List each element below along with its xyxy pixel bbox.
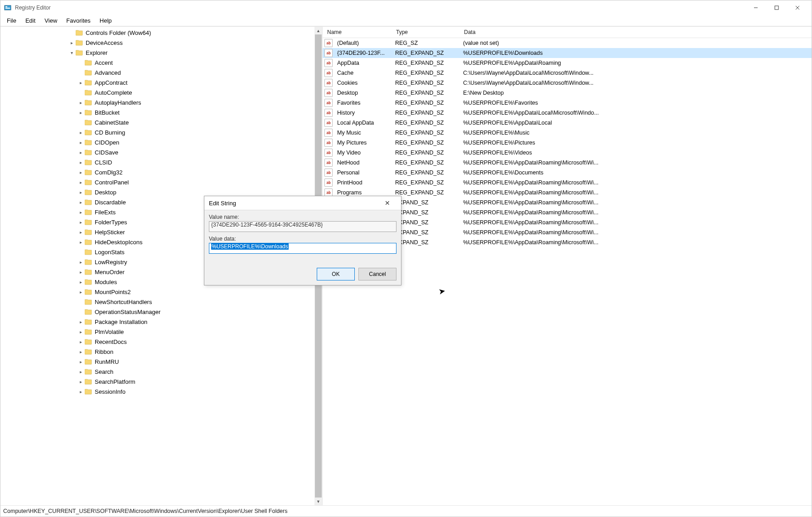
expand-icon[interactable]: ▸: [77, 379, 84, 384]
close-button[interactable]: [787, 0, 808, 15]
cell-type: EXPAND_SZ: [392, 239, 460, 246]
dialog-close-button[interactable]: ✕: [378, 199, 396, 207]
tree-item[interactable]: ▸RecentDocs: [0, 337, 322, 347]
list-header[interactable]: Name Type Data: [323, 27, 812, 38]
maximize-button[interactable]: [766, 0, 787, 15]
minimize-button[interactable]: [745, 0, 766, 15]
expand-icon[interactable]: ▸: [77, 270, 84, 275]
cell-data: %USERPROFILE%\AppData\Roaming\Microsoft\…: [460, 159, 812, 166]
expand-icon[interactable]: ▸: [77, 389, 84, 394]
menu-view[interactable]: View: [40, 16, 62, 25]
scroll-up-icon[interactable]: ▲: [314, 27, 322, 34]
tree-item-label: Desktop: [95, 189, 116, 196]
expand-icon[interactable]: ▸: [77, 210, 84, 215]
tree-item[interactable]: ▸CIDOpen: [0, 137, 322, 147]
expand-icon[interactable]: ▸: [77, 240, 84, 245]
cell-data: %USERPROFILE%\Downloads: [460, 50, 812, 56]
expand-icon[interactable]: ▸: [68, 40, 75, 45]
list-row[interactable]: abNetHoodREG_EXPAND_SZ%USERPROFILE%\AppD…: [323, 158, 812, 168]
expand-icon[interactable]: ▸: [77, 369, 84, 374]
menu-file[interactable]: File: [2, 16, 21, 25]
tree-item[interactable]: ▸Package Installation: [0, 317, 322, 327]
tree-item[interactable]: ▸MountPoints2: [0, 287, 322, 297]
list-row[interactable]: abCacheREG_EXPAND_SZC:\Users\Wayne\AppDa…: [323, 68, 812, 78]
menu-favorites[interactable]: Favorites: [62, 16, 95, 25]
expand-icon[interactable]: ▸: [77, 359, 84, 364]
list-row[interactable]: abDesktopREG_EXPAND_SZE:\New Desktop: [323, 88, 812, 98]
expand-icon[interactable]: ▸: [77, 80, 84, 85]
col-type[interactable]: Type: [393, 29, 461, 35]
col-data[interactable]: Data: [461, 29, 812, 35]
tree-item[interactable]: OperationStatusManager: [0, 307, 322, 317]
value-data-field[interactable]: %USERPROFILE%\Downloads: [209, 243, 396, 254]
tree-item[interactable]: ▸AppContract: [0, 77, 322, 87]
tree-item[interactable]: ▸CLSID: [0, 157, 322, 167]
expand-icon[interactable]: ▸: [77, 170, 84, 175]
cell-type: REG_EXPAND_SZ: [392, 189, 460, 196]
tree-item[interactable]: ▾Explorer: [0, 48, 322, 58]
tree-item[interactable]: ▸DeviceAccess: [0, 38, 322, 48]
tree-item[interactable]: ▸CD Burning: [0, 127, 322, 137]
list-row[interactable]: abCookiesREG_EXPAND_SZC:\Users\Wayne\App…: [323, 78, 812, 88]
collapse-icon[interactable]: ▾: [68, 50, 75, 55]
expand-icon[interactable]: ▸: [77, 180, 84, 185]
tree-item[interactable]: ▸RunMRU: [0, 357, 322, 367]
tree-item[interactable]: ▸CIDSave: [0, 147, 322, 157]
tree-item[interactable]: AutoComplete: [0, 87, 322, 97]
list-row[interactable]: abPrintHoodREG_EXPAND_SZ%USERPROFILE%\Ap…: [323, 178, 812, 188]
ok-button[interactable]: OK: [317, 268, 355, 280]
list-row[interactable]: ab{374DE290-123F...REG_EXPAND_SZ%USERPRO…: [323, 48, 812, 58]
expand-icon[interactable]: ▸: [77, 100, 84, 105]
value-name-field[interactable]: {374DE290-123F-4565-9164-39C4925E467B}: [209, 221, 396, 232]
list-row[interactable]: ab(Default)REG_SZ(value not set): [323, 38, 812, 48]
tree-item[interactable]: ▸ComDlg32: [0, 167, 322, 177]
tree-item[interactable]: ▸ControlPanel: [0, 177, 322, 187]
scroll-down-icon[interactable]: ▼: [314, 498, 322, 505]
expand-icon[interactable]: ▸: [77, 110, 84, 115]
expand-icon[interactable]: ▸: [77, 130, 84, 135]
list-row[interactable]: abMy VideoREG_EXPAND_SZ%USERPROFILE%\Vid…: [323, 148, 812, 158]
tree-item[interactable]: ▸BitBucket: [0, 107, 322, 117]
tree-item[interactable]: ▸AutoplayHandlers: [0, 97, 322, 107]
tree-item[interactable]: Advanced: [0, 68, 322, 77]
col-name[interactable]: Name: [324, 29, 393, 35]
tree-item[interactable]: ▸SearchPlatform: [0, 377, 322, 387]
expand-icon[interactable]: ▸: [77, 319, 84, 324]
expand-icon[interactable]: ▸: [77, 200, 84, 205]
tree-item[interactable]: NewShortcutHandlers: [0, 297, 322, 307]
expand-icon[interactable]: ▸: [77, 349, 84, 354]
tree-item[interactable]: Accent: [0, 58, 322, 68]
expand-icon[interactable]: ▸: [77, 190, 84, 195]
tree-item-label: SessionInfo: [95, 388, 126, 395]
list-row[interactable]: abLocal AppDataREG_EXPAND_SZ%USERPROFILE…: [323, 118, 812, 128]
list-row[interactable]: abMy PicturesREG_EXPAND_SZ%USERPROFILE%\…: [323, 138, 812, 148]
tree-item[interactable]: Controls Folder (Wow64): [0, 28, 322, 38]
expand-icon[interactable]: ▸: [77, 339, 84, 344]
tree-item[interactable]: ▸Search: [0, 367, 322, 377]
list-row[interactable]: abHistoryREG_EXPAND_SZ%USERPROFILE%\AppD…: [323, 108, 812, 118]
list-row[interactable]: abPersonalREG_EXPAND_SZ%USERPROFILE%\Doc…: [323, 168, 812, 178]
tree-item[interactable]: ▸SessionInfo: [0, 387, 322, 396]
expand-icon[interactable]: ▸: [77, 160, 84, 165]
tree-item-label: Package Installation: [95, 319, 147, 325]
menu-edit[interactable]: Edit: [21, 16, 40, 25]
expand-icon[interactable]: ▸: [77, 280, 84, 285]
expand-icon[interactable]: ▸: [77, 290, 84, 295]
tree-item[interactable]: CabinetState: [0, 117, 322, 127]
cancel-button[interactable]: Cancel: [358, 268, 396, 280]
expand-icon[interactable]: ▸: [77, 150, 84, 155]
expand-icon[interactable]: ▸: [77, 140, 84, 145]
expand-icon[interactable]: ▸: [77, 230, 84, 235]
expand-icon[interactable]: ▸: [77, 220, 84, 225]
tree-item[interactable]: ▸Ribbon: [0, 347, 322, 357]
expand-icon[interactable]: ▸: [77, 260, 84, 265]
menu-help[interactable]: Help: [95, 16, 116, 25]
cell-type: EXPAND_SZ: [392, 219, 460, 226]
list-row[interactable]: abFavoritesREG_EXPAND_SZ%USERPROFILE%\Fa…: [323, 98, 812, 108]
expand-icon[interactable]: ▸: [77, 329, 84, 334]
list-row[interactable]: abAppDataREG_EXPAND_SZ%USERPROFILE%\AppD…: [323, 58, 812, 68]
dialog-titlebar[interactable]: Edit String ✕: [204, 196, 401, 210]
list-row[interactable]: abMy MusicREG_EXPAND_SZ%USERPROFILE%\Mus…: [323, 128, 812, 138]
tree-item[interactable]: ▸PlmVolatile: [0, 327, 322, 337]
menubar: FileEditViewFavoritesHelp: [0, 15, 812, 26]
